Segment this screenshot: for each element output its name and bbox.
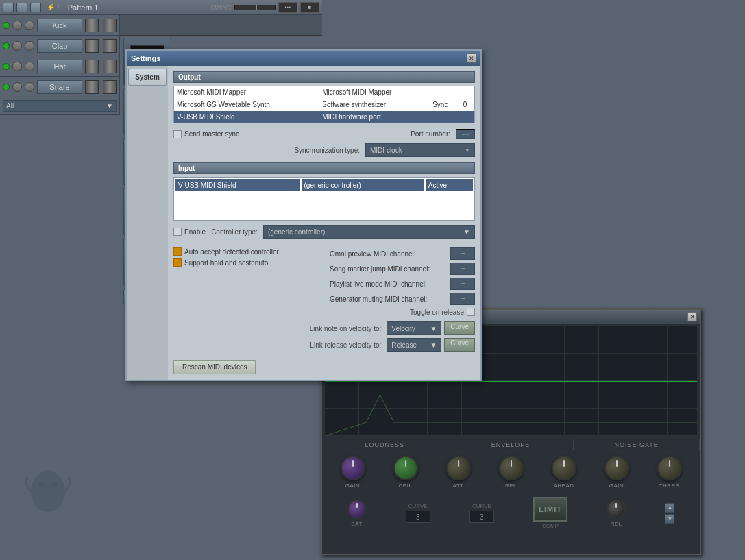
hat-fader2[interactable]	[103, 60, 117, 73]
knob-rel2[interactable]	[607, 500, 626, 519]
env-close-button[interactable]: ✕	[687, 312, 697, 321]
output-row-2[interactable]: Microsoft GS Wavetable Synth Software sy…	[174, 99, 475, 111]
send-master-sync-label[interactable]: Send master sync	[173, 130, 239, 138]
knob-group-gain1: GAIN	[341, 456, 365, 489]
clap-fader[interactable]	[85, 39, 99, 53]
sync-type-label: Synchronization type:	[294, 147, 360, 154]
playlist-live-label: Playlist live mode MIDI channel:	[330, 280, 448, 288]
kick-led[interactable]	[3, 22, 10, 29]
playlist-live-dropdown[interactable]: --	[450, 278, 475, 290]
link-release-dropdown[interactable]: Release ▼	[387, 338, 441, 352]
generator-muting-dropdown[interactable]: --	[450, 293, 475, 305]
kick-channel-name[interactable]: Kick	[37, 19, 82, 32]
env-sections: LOUDNESS ENVELOPE NOISE GATE	[322, 439, 700, 450]
all-dropdown[interactable]: All ▼	[3, 100, 117, 112]
link-note-value: Velocity	[391, 325, 415, 332]
omni-preview-dropdown[interactable]: --	[450, 247, 475, 260]
link-note-curve-btn[interactable]: Curve	[444, 321, 475, 335]
send-master-sync-checkbox[interactable]	[173, 130, 182, 138]
knob-att[interactable]	[446, 456, 471, 480]
toggle-release-checkbox[interactable]	[467, 308, 475, 316]
knob-gain1[interactable]	[341, 456, 365, 480]
clap-fader2[interactable]	[103, 39, 117, 53]
curve-display-2: CURVE 3	[469, 503, 494, 523]
env-arrow-up[interactable]: ▲	[665, 503, 674, 513]
auto-accept-checkbox[interactable]	[173, 247, 182, 256]
controller-type-row: Enable Controller type: (generic control…	[173, 225, 475, 239]
knob-thres[interactable]	[657, 456, 682, 480]
snare-btn2[interactable]	[25, 82, 34, 92]
channel-row-hat: Hat	[0, 56, 119, 77]
knob-ahead[interactable]	[552, 456, 576, 480]
hat-btn1[interactable]	[12, 62, 22, 71]
limit-comp-group: LIMIT COMP	[533, 497, 567, 529]
knob-group-gain2: GAIN	[604, 456, 629, 489]
link-release-curve-btn[interactable]: Curve	[444, 338, 475, 352]
env-arrow-down[interactable]: ▼	[665, 514, 674, 524]
limit-button[interactable]: LIMIT	[533, 497, 567, 522]
output-cell: Microsoft MIDI Mapper	[319, 86, 430, 99]
input-row-empty	[175, 193, 473, 205]
snare-led[interactable]	[3, 84, 10, 90]
dialog-body: System Output Microsoft MIDI Mapper Micr…	[127, 66, 480, 380]
rescan-midi-button[interactable]: Rescan MIDI devices	[173, 360, 256, 374]
kick-btn1[interactable]	[12, 21, 22, 30]
minimize-btn[interactable]	[3, 3, 14, 12]
link-note-dropdown[interactable]: Velocity ▼	[387, 321, 441, 335]
knob-group-ahead: AHEAD	[552, 456, 576, 489]
snare-btn1[interactable]	[12, 82, 22, 92]
output-row-3[interactable]: V-USB MIDI Shield MIDI hardware port	[174, 111, 475, 123]
pattern-label: Pattern 1	[68, 3, 99, 12]
comp-label: COMP	[542, 523, 559, 529]
svg-point-2	[51, 481, 58, 488]
support-hold-checkbox[interactable]	[173, 258, 182, 267]
left-col: Auto accept detected controller Support …	[173, 247, 319, 319]
kick-btn2[interactable]	[25, 21, 34, 30]
snare-fader2[interactable]	[103, 80, 117, 94]
enable-label[interactable]: Enable	[173, 228, 206, 236]
output-row-1[interactable]: Microsoft MIDI Mapper Microsoft MIDI Map…	[174, 86, 475, 99]
knob-sat[interactable]	[347, 500, 367, 519]
channel-strip: Kick Clap Hat Snare All ▼	[0, 15, 120, 115]
curve-value-2[interactable]: 3	[469, 511, 494, 523]
maximize-btn[interactable]	[16, 3, 27, 12]
all-dropdown-label: All	[6, 102, 14, 110]
dialog-tabs: System	[127, 66, 168, 380]
sync-type-value: MIDI clock	[370, 147, 402, 154]
output-cell: 0	[461, 99, 475, 111]
snare-channel-name[interactable]: Snare	[37, 80, 82, 94]
clap-led[interactable]	[3, 42, 10, 49]
hat-channel-name[interactable]: Hat	[37, 60, 82, 73]
two-col-section: Auto accept detected controller Support …	[173, 247, 475, 319]
hat-led[interactable]	[3, 63, 10, 70]
tab-system[interactable]: System	[128, 69, 167, 86]
snare-fader[interactable]	[85, 80, 99, 94]
channel-row-clap: Clap	[0, 36, 119, 56]
kick-fader2[interactable]	[103, 19, 117, 32]
hat-fader[interactable]	[85, 60, 99, 73]
env-section-envelope: ENVELOPE	[448, 439, 574, 450]
sync-type-row: Synchronization type: MIDI clock ▼	[173, 143, 475, 157]
output-cell: Software synthesizer	[319, 99, 430, 111]
curve-value-1[interactable]: 3	[406, 511, 430, 523]
song-marker-dropdown[interactable]: --	[450, 263, 475, 275]
controller-type-dropdown[interactable]: (generic controller) ▼	[263, 225, 475, 239]
link-release-label: Link release velocity to:	[173, 341, 384, 349]
clap-btn2[interactable]	[25, 41, 34, 51]
support-hold-row: Support hold and sostenuto	[173, 258, 319, 267]
enable-checkbox[interactable]	[173, 228, 182, 236]
knob-group-att: ATT	[446, 456, 471, 489]
knob-ceil[interactable]	[393, 456, 418, 480]
sync-type-dropdown[interactable]: MIDI clock ▼	[365, 143, 475, 157]
knob-rel1[interactable]	[499, 456, 524, 480]
dialog-close-button[interactable]: ✕	[467, 53, 476, 63]
close-btn[interactable]	[30, 3, 41, 12]
clap-btn1[interactable]	[12, 41, 22, 51]
knob-gain2[interactable]	[604, 456, 629, 480]
input-row-1[interactable]: V-USB MIDI Shield (generic controller) A…	[175, 179, 473, 191]
kick-fader[interactable]	[85, 19, 99, 32]
clap-channel-name[interactable]: Clap	[37, 39, 82, 53]
knob-gain2-label: GAIN	[609, 483, 624, 489]
support-hold-label: Support hold and sostenuto	[184, 259, 319, 267]
hat-btn2[interactable]	[25, 62, 34, 71]
